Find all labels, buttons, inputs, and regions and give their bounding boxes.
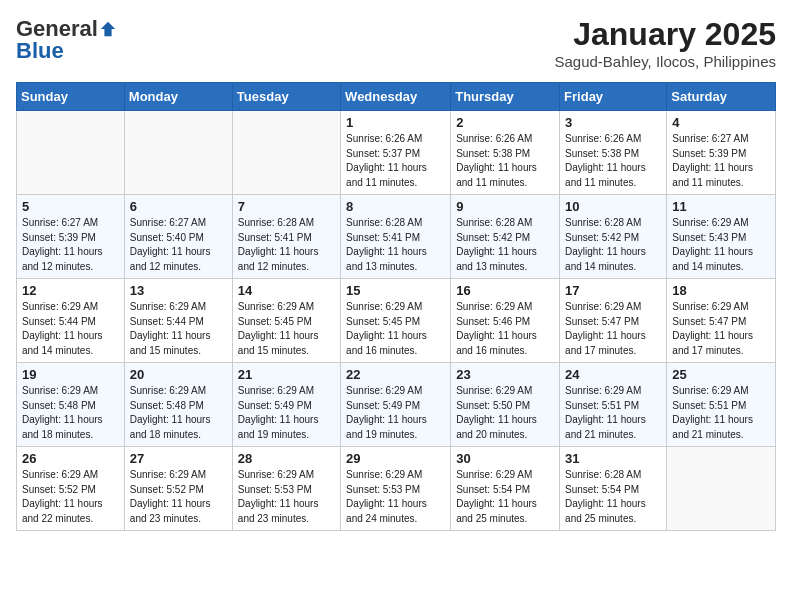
calendar-week-row: 19Sunrise: 6:29 AM Sunset: 5:48 PM Dayli…	[17, 363, 776, 447]
calendar-cell: 23Sunrise: 6:29 AM Sunset: 5:50 PM Dayli…	[451, 363, 560, 447]
calendar-cell: 1Sunrise: 6:26 AM Sunset: 5:37 PM Daylig…	[341, 111, 451, 195]
calendar-cell: 25Sunrise: 6:29 AM Sunset: 5:51 PM Dayli…	[667, 363, 776, 447]
calendar-cell: 21Sunrise: 6:29 AM Sunset: 5:49 PM Dayli…	[232, 363, 340, 447]
calendar-cell: 13Sunrise: 6:29 AM Sunset: 5:44 PM Dayli…	[124, 279, 232, 363]
day-number: 23	[456, 367, 554, 382]
day-number: 18	[672, 283, 770, 298]
svg-marker-0	[101, 22, 115, 36]
day-number: 7	[238, 199, 335, 214]
calendar-cell	[232, 111, 340, 195]
day-number: 22	[346, 367, 445, 382]
day-number: 4	[672, 115, 770, 130]
weekday-header: Friday	[560, 83, 667, 111]
month-year-title: January 2025	[554, 16, 776, 53]
day-number: 3	[565, 115, 661, 130]
page-header: General Blue January 2025 Sagud-Bahley, …	[16, 16, 776, 70]
day-info: Sunrise: 6:27 AM Sunset: 5:39 PM Dayligh…	[22, 216, 119, 274]
calendar-cell	[667, 447, 776, 531]
day-info: Sunrise: 6:29 AM Sunset: 5:51 PM Dayligh…	[565, 384, 661, 442]
day-info: Sunrise: 6:29 AM Sunset: 5:43 PM Dayligh…	[672, 216, 770, 274]
weekday-header: Wednesday	[341, 83, 451, 111]
day-info: Sunrise: 6:29 AM Sunset: 5:45 PM Dayligh…	[238, 300, 335, 358]
calendar-cell: 28Sunrise: 6:29 AM Sunset: 5:53 PM Dayli…	[232, 447, 340, 531]
day-number: 30	[456, 451, 554, 466]
calendar-cell: 7Sunrise: 6:28 AM Sunset: 5:41 PM Daylig…	[232, 195, 340, 279]
location-subtitle: Sagud-Bahley, Ilocos, Philippines	[554, 53, 776, 70]
weekday-header: Saturday	[667, 83, 776, 111]
calendar-table: SundayMondayTuesdayWednesdayThursdayFrid…	[16, 82, 776, 531]
weekday-header: Sunday	[17, 83, 125, 111]
day-number: 31	[565, 451, 661, 466]
day-info: Sunrise: 6:26 AM Sunset: 5:38 PM Dayligh…	[565, 132, 661, 190]
day-info: Sunrise: 6:28 AM Sunset: 5:41 PM Dayligh…	[346, 216, 445, 274]
calendar-cell: 5Sunrise: 6:27 AM Sunset: 5:39 PM Daylig…	[17, 195, 125, 279]
day-number: 5	[22, 199, 119, 214]
day-info: Sunrise: 6:28 AM Sunset: 5:42 PM Dayligh…	[565, 216, 661, 274]
calendar-cell: 29Sunrise: 6:29 AM Sunset: 5:53 PM Dayli…	[341, 447, 451, 531]
day-info: Sunrise: 6:29 AM Sunset: 5:46 PM Dayligh…	[456, 300, 554, 358]
day-number: 25	[672, 367, 770, 382]
day-number: 11	[672, 199, 770, 214]
calendar-cell: 4Sunrise: 6:27 AM Sunset: 5:39 PM Daylig…	[667, 111, 776, 195]
logo: General Blue	[16, 16, 117, 64]
calendar-cell: 12Sunrise: 6:29 AM Sunset: 5:44 PM Dayli…	[17, 279, 125, 363]
day-info: Sunrise: 6:29 AM Sunset: 5:53 PM Dayligh…	[238, 468, 335, 526]
calendar-week-row: 5Sunrise: 6:27 AM Sunset: 5:39 PM Daylig…	[17, 195, 776, 279]
day-number: 8	[346, 199, 445, 214]
day-info: Sunrise: 6:27 AM Sunset: 5:39 PM Dayligh…	[672, 132, 770, 190]
day-info: Sunrise: 6:29 AM Sunset: 5:54 PM Dayligh…	[456, 468, 554, 526]
day-number: 12	[22, 283, 119, 298]
day-info: Sunrise: 6:29 AM Sunset: 5:47 PM Dayligh…	[672, 300, 770, 358]
day-number: 13	[130, 283, 227, 298]
day-info: Sunrise: 6:29 AM Sunset: 5:45 PM Dayligh…	[346, 300, 445, 358]
day-info: Sunrise: 6:28 AM Sunset: 5:42 PM Dayligh…	[456, 216, 554, 274]
day-info: Sunrise: 6:29 AM Sunset: 5:47 PM Dayligh…	[565, 300, 661, 358]
day-info: Sunrise: 6:29 AM Sunset: 5:48 PM Dayligh…	[130, 384, 227, 442]
calendar-week-row: 26Sunrise: 6:29 AM Sunset: 5:52 PM Dayli…	[17, 447, 776, 531]
calendar-cell: 22Sunrise: 6:29 AM Sunset: 5:49 PM Dayli…	[341, 363, 451, 447]
calendar-week-row: 1Sunrise: 6:26 AM Sunset: 5:37 PM Daylig…	[17, 111, 776, 195]
day-number: 27	[130, 451, 227, 466]
day-info: Sunrise: 6:26 AM Sunset: 5:37 PM Dayligh…	[346, 132, 445, 190]
day-number: 6	[130, 199, 227, 214]
calendar-cell: 18Sunrise: 6:29 AM Sunset: 5:47 PM Dayli…	[667, 279, 776, 363]
day-info: Sunrise: 6:29 AM Sunset: 5:51 PM Dayligh…	[672, 384, 770, 442]
day-number: 14	[238, 283, 335, 298]
day-info: Sunrise: 6:26 AM Sunset: 5:38 PM Dayligh…	[456, 132, 554, 190]
calendar-cell: 24Sunrise: 6:29 AM Sunset: 5:51 PM Dayli…	[560, 363, 667, 447]
weekday-header: Tuesday	[232, 83, 340, 111]
day-info: Sunrise: 6:29 AM Sunset: 5:52 PM Dayligh…	[130, 468, 227, 526]
day-info: Sunrise: 6:29 AM Sunset: 5:49 PM Dayligh…	[346, 384, 445, 442]
calendar-cell: 27Sunrise: 6:29 AM Sunset: 5:52 PM Dayli…	[124, 447, 232, 531]
day-info: Sunrise: 6:28 AM Sunset: 5:54 PM Dayligh…	[565, 468, 661, 526]
day-info: Sunrise: 6:29 AM Sunset: 5:44 PM Dayligh…	[22, 300, 119, 358]
day-info: Sunrise: 6:29 AM Sunset: 5:50 PM Dayligh…	[456, 384, 554, 442]
calendar-cell: 30Sunrise: 6:29 AM Sunset: 5:54 PM Dayli…	[451, 447, 560, 531]
calendar-cell: 20Sunrise: 6:29 AM Sunset: 5:48 PM Dayli…	[124, 363, 232, 447]
calendar-cell: 10Sunrise: 6:28 AM Sunset: 5:42 PM Dayli…	[560, 195, 667, 279]
calendar-cell: 26Sunrise: 6:29 AM Sunset: 5:52 PM Dayli…	[17, 447, 125, 531]
calendar-cell: 8Sunrise: 6:28 AM Sunset: 5:41 PM Daylig…	[341, 195, 451, 279]
calendar-cell: 15Sunrise: 6:29 AM Sunset: 5:45 PM Dayli…	[341, 279, 451, 363]
day-info: Sunrise: 6:29 AM Sunset: 5:52 PM Dayligh…	[22, 468, 119, 526]
day-number: 24	[565, 367, 661, 382]
calendar-header-row: SundayMondayTuesdayWednesdayThursdayFrid…	[17, 83, 776, 111]
day-number: 1	[346, 115, 445, 130]
day-number: 17	[565, 283, 661, 298]
day-number: 26	[22, 451, 119, 466]
calendar-cell: 31Sunrise: 6:28 AM Sunset: 5:54 PM Dayli…	[560, 447, 667, 531]
day-number: 20	[130, 367, 227, 382]
calendar-cell: 16Sunrise: 6:29 AM Sunset: 5:46 PM Dayli…	[451, 279, 560, 363]
day-info: Sunrise: 6:29 AM Sunset: 5:49 PM Dayligh…	[238, 384, 335, 442]
calendar-cell: 9Sunrise: 6:28 AM Sunset: 5:42 PM Daylig…	[451, 195, 560, 279]
logo-icon	[99, 20, 117, 38]
calendar-cell: 2Sunrise: 6:26 AM Sunset: 5:38 PM Daylig…	[451, 111, 560, 195]
day-number: 29	[346, 451, 445, 466]
calendar-cell: 11Sunrise: 6:29 AM Sunset: 5:43 PM Dayli…	[667, 195, 776, 279]
day-info: Sunrise: 6:29 AM Sunset: 5:53 PM Dayligh…	[346, 468, 445, 526]
day-number: 9	[456, 199, 554, 214]
calendar-cell: 6Sunrise: 6:27 AM Sunset: 5:40 PM Daylig…	[124, 195, 232, 279]
calendar-cell	[17, 111, 125, 195]
logo-blue-text: Blue	[16, 38, 64, 64]
calendar-cell: 3Sunrise: 6:26 AM Sunset: 5:38 PM Daylig…	[560, 111, 667, 195]
